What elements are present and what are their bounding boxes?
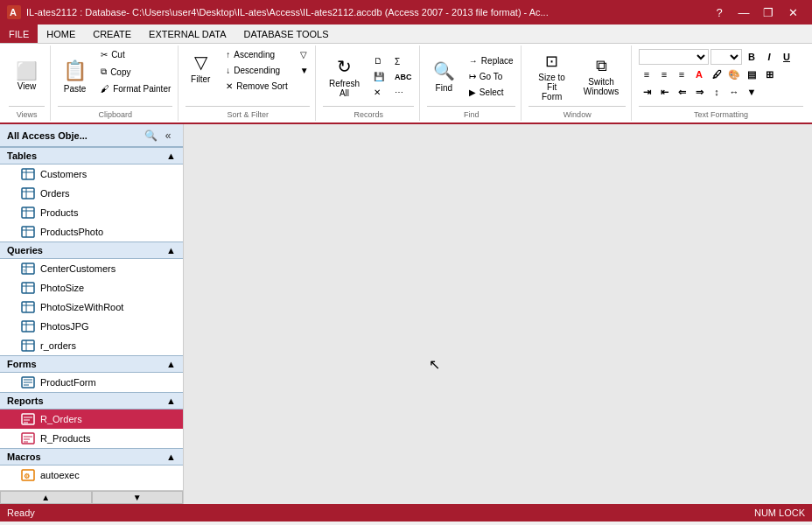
remove-sort-button[interactable]: ✕ Remove Sort [221,79,291,94]
italic-button[interactable]: I [761,49,777,65]
ribbon-group-find: 🔍 Find → Replace ↦ Go To ▶ Select Find [422,46,522,121]
bold-button[interactable]: B [744,49,760,65]
ltr-button[interactable]: ⇒ [691,84,707,100]
rtl-button[interactable]: ⇐ [674,84,690,100]
title-text: IL-ates2112 : Database- C:\Users\user4\D… [26,7,707,18]
products-label: Products [40,207,78,218]
align-right-button[interactable]: ≡ [674,66,690,82]
new-record-button[interactable]: 🗋 [369,53,388,68]
nav-item-products-photo[interactable]: ProductsPhoto [0,222,183,242]
nav-section-queries[interactable]: Queries ▲ [0,242,183,259]
nav-item-photo-size-root[interactable]: PhotoSizeWithRoot [0,298,183,317]
r-orders-label: R_Orders [40,414,82,424]
alternate-row-color-button[interactable]: ▤ [744,66,760,82]
menu-file[interactable]: FILE [0,24,38,43]
svg-rect-5 [22,188,34,199]
descending-label: Descending [234,66,280,75]
advanced-filter-button[interactable]: ▼ [296,63,313,78]
align-left-button[interactable]: ≡ [639,66,654,82]
descending-button[interactable]: ↓ Descending [221,63,291,78]
switch-windows-label: SwitchWindows [584,77,620,96]
filter-button[interactable]: ▽ Filter [183,47,218,88]
font-color-button[interactable]: A [691,66,707,82]
menu-database-tools[interactable]: DATABASE TOOLS [234,24,337,43]
switch-windows-button[interactable]: ⧉ SwitchWindows [577,52,626,101]
gridlines-button[interactable]: ⊞ [761,66,777,82]
col-width-button[interactable]: ↔ [726,84,742,100]
query-icon: ? [21,262,35,276]
more-records-button[interactable]: ⋯ [390,85,416,100]
align-center-button[interactable]: ≡ [656,66,672,82]
nav-item-photos-jpg[interactable]: PhotosJPG [0,317,183,336]
replace-button[interactable]: → Replace [465,53,518,68]
nav-item-product-form[interactable]: ProductForm [0,373,183,392]
nav-section-macros[interactable]: Macros ▲ [0,448,183,466]
photos-jpg-label: PhotosJPG [40,321,89,332]
nav-item-orders[interactable]: Orders [0,184,183,203]
highlight-button[interactable]: 🖊 [709,66,724,82]
report-icon [21,412,35,426]
cut-button[interactable]: ✂ Cut [96,47,175,62]
nav-item-center-customers[interactable]: ? CenterCustomers [0,259,183,278]
query-icon [21,319,35,333]
save-record-button[interactable]: 💾 [369,69,388,84]
totals-button[interactable]: Σ [390,54,416,69]
refresh-button[interactable]: ↻ RefreshAll [321,52,368,102]
svg-text:?: ? [23,269,26,274]
row-height-button[interactable]: ↕ [709,84,724,100]
close-button[interactable]: ✕ [780,0,805,24]
spelling-button[interactable]: ABC [390,70,416,84]
size-to-fit-button[interactable]: ⊡ Size toFit Form [528,47,575,106]
delete-record-button[interactable]: ✕ [369,85,388,100]
nav-item-autoexec[interactable]: ⚙ autoexec [0,466,183,485]
copy-button[interactable]: ⧉ Copy [96,64,175,80]
nav-search-button[interactable]: 🔍 [143,128,158,144]
nav-item-photo-size[interactable]: PhotoSize [0,278,183,298]
nav-collapse-button[interactable]: « [160,128,176,144]
indent-increase-button[interactable]: ⇥ [639,84,654,100]
format-painter-button[interactable]: 🖌 Format Painter [96,81,175,96]
view-button[interactable]: ⬜ View [8,58,46,95]
nav-item-customers[interactable]: Customers [0,164,183,184]
background-color-button[interactable]: 🎨 [726,66,742,82]
underline-button[interactable]: U [779,49,794,65]
nav-scroll-down[interactable]: ▼ [92,491,184,504]
goto-button[interactable]: ↦ Go To [465,69,518,84]
minimize-button[interactable]: — [732,0,756,24]
menu-create[interactable]: CREATE [84,24,140,43]
help-button[interactable]: ? [707,0,732,24]
toggle-filter-button[interactable]: ▽ [296,47,313,62]
views-group-label: Views [9,106,45,119]
query-icon [21,281,35,295]
nav-item-r-orders[interactable]: R_Orders [0,410,183,429]
datasheet-more-button[interactable]: ▼ [744,84,760,100]
nav-item-r-orders-query[interactable]: r_orders [0,336,183,355]
nav-scroll-up[interactable]: ▲ [0,491,92,504]
filter-label: Filter [191,74,210,84]
navigation-pane: All Access Obje... 🔍 « Tables ▲ Customer… [0,124,184,504]
font-family-select[interactable] [639,49,709,65]
nav-section-forms[interactable]: Forms ▲ [0,355,183,373]
totals-icon: Σ [395,57,400,66]
menu-external-data[interactable]: EXTERNAL DATA [140,24,234,43]
select-icon: ▶ [469,88,476,97]
ascending-button[interactable]: ↑ Ascending [221,47,291,62]
nav-item-products[interactable]: Products [0,203,183,222]
form-icon [21,375,35,389]
maximize-button[interactable]: ❐ [756,0,780,24]
nav-section-reports[interactable]: Reports ▲ [0,392,183,410]
copy-icon: ⧉ [101,66,107,77]
nav-section-tables[interactable]: Tables ▲ [0,147,183,164]
svg-text:⚙: ⚙ [24,472,30,480]
nav-item-r-products[interactable]: R_Products [0,429,183,448]
indent-decrease-button[interactable]: ⇤ [656,84,672,100]
font-size-select[interactable] [710,49,742,65]
paste-button[interactable]: 📋 Paste [55,55,94,98]
view-label: View [18,81,37,91]
menu-home[interactable]: HOME [38,24,84,43]
table-icon [21,225,35,239]
select-button[interactable]: ▶ Select [465,85,518,100]
find-button[interactable]: 🔍 Find [425,56,463,97]
products-photo-label: ProductsPhoto [40,227,103,237]
query-icon [21,300,35,314]
